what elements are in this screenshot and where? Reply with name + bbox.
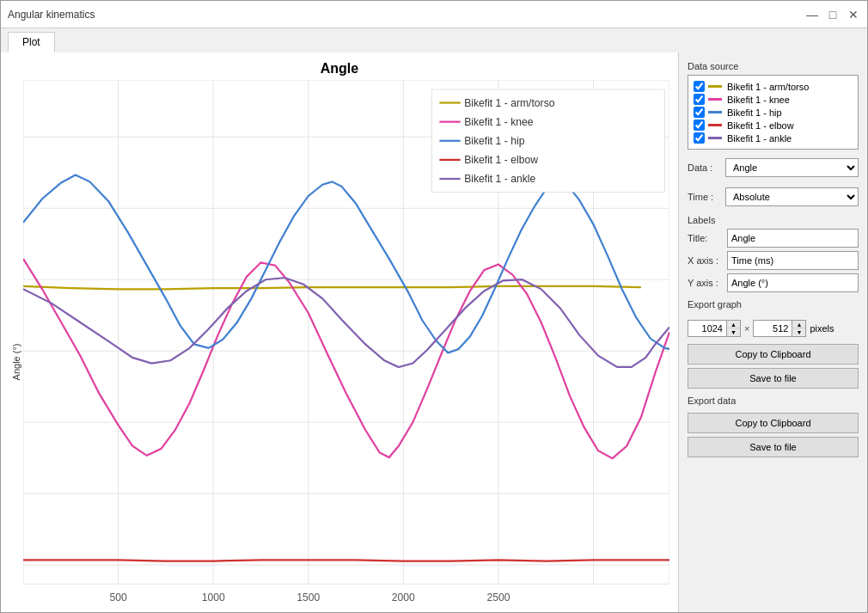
- chart-svg: -40 -60 -80 -100 -120 -140 -160 500 1000…: [23, 80, 669, 612]
- pixels-label: pixels: [810, 323, 834, 334]
- height-up-button[interactable]: ▲: [792, 321, 805, 328]
- ds-checkbox-4[interactable]: [694, 132, 705, 144]
- ds-checkbox-3[interactable]: [694, 120, 705, 131]
- datasource-label: Data source: [688, 61, 859, 71]
- chart-title: Angle: [9, 61, 669, 77]
- content-area: Angle Angle (°): [1, 52, 867, 612]
- svg-text:Bikefit 1 - ankle: Bikefit 1 - ankle: [464, 173, 535, 185]
- labels-section: Labels Title: X axis : Y axis :: [688, 215, 859, 292]
- ds-color-1: [708, 98, 722, 101]
- ds-label-1: Bikefit 1 - knee: [727, 95, 790, 105]
- export-data-section: Export data Copy to Clipboard Save to fi…: [688, 395, 859, 457]
- svg-text:2500: 2500: [486, 592, 510, 604]
- export-graph-copy-button[interactable]: Copy to Clipboard: [688, 344, 859, 365]
- data-dropdown-label: Data :: [688, 162, 720, 173]
- window-controls: — □ ✕: [805, 8, 860, 21]
- width-down-button[interactable]: ▼: [726, 328, 740, 336]
- close-button[interactable]: ✕: [847, 8, 860, 21]
- ds-color-0: [708, 85, 722, 88]
- main-window: Angular kinematics — □ ✕ Plot Angle Angl…: [0, 0, 868, 613]
- y-axis-label: Angle (°): [9, 80, 23, 612]
- datasource-box: Bikefit 1 - arm/torso Bikefit 1 - knee B…: [688, 75, 859, 150]
- time-dropdown[interactable]: Absolute Relative: [725, 187, 859, 206]
- window-title: Angular kinematics: [8, 9, 805, 21]
- ds-checkbox-0[interactable]: [694, 81, 705, 92]
- title-row: Title:: [688, 229, 859, 248]
- title-bar: Angular kinematics — □ ✕: [1, 1, 867, 28]
- height-spinbox-buttons: ▲ ▼: [792, 321, 805, 336]
- width-up-button[interactable]: ▲: [726, 321, 740, 328]
- svg-text:Bikefit 1 - hip: Bikefit 1 - hip: [464, 135, 525, 147]
- export-graph-section: Export graph ▲ ▼ × ▲ ▼: [688, 299, 859, 389]
- svg-text:1000: 1000: [202, 592, 225, 604]
- title-field-label: Title:: [688, 233, 724, 243]
- ds-item-3: Bikefit 1 - elbow: [694, 120, 853, 131]
- minimize-button[interactable]: —: [805, 8, 819, 21]
- data-row: Data : Angle Velocity Acceleration: [688, 158, 859, 177]
- ds-item-1: Bikefit 1 - knee: [694, 94, 853, 105]
- export-data-copy-button[interactable]: Copy to Clipboard: [688, 413, 859, 433]
- ds-color-4: [708, 137, 722, 139]
- chart-area: Angle Angle (°): [1, 52, 678, 612]
- ds-label-0: Bikefit 1 - arm/torso: [727, 82, 809, 92]
- datasource-section: Data source Bikefit 1 - arm/torso Bikefi…: [688, 61, 859, 150]
- export-dims: ▲ ▼ × ▲ ▼ pixels: [688, 320, 859, 337]
- height-spinbox: ▲ ▼: [753, 320, 806, 337]
- title-input[interactable]: [727, 229, 859, 248]
- ds-color-2: [708, 111, 722, 113]
- width-spinbox-buttons: ▲ ▼: [726, 321, 740, 336]
- ds-checkbox-2[interactable]: [694, 107, 705, 118]
- svg-text:Bikefit 1 - arm/torso: Bikefit 1 - arm/torso: [464, 97, 555, 109]
- export-graph-save-button[interactable]: Save to file: [688, 368, 859, 389]
- svg-text:Bikefit 1 - knee: Bikefit 1 - knee: [464, 116, 534, 128]
- ds-item-2: Bikefit 1 - hip: [694, 107, 853, 118]
- svg-text:2000: 2000: [392, 592, 415, 604]
- svg-text:500: 500: [109, 592, 127, 604]
- ds-item-4: Bikefit 1 - ankle: [694, 132, 853, 144]
- svg-text:Bikefit 1 - elbow: Bikefit 1 - elbow: [464, 154, 538, 166]
- time-row: Time : Absolute Relative: [688, 187, 859, 206]
- xaxis-input[interactable]: [727, 251, 859, 270]
- chart-wrapper: Angle (°): [9, 80, 669, 612]
- labels-section-label: Labels: [688, 215, 859, 225]
- tab-bar: Plot: [1, 28, 867, 52]
- data-dropdown[interactable]: Angle Velocity Acceleration: [725, 158, 859, 177]
- xaxis-row: X axis :: [688, 251, 859, 270]
- export-graph-label: Export graph: [688, 299, 859, 310]
- height-down-button[interactable]: ▼: [792, 328, 805, 336]
- maximize-button[interactable]: □: [826, 8, 840, 21]
- right-panel: Data source Bikefit 1 - arm/torso Bikefi…: [678, 52, 867, 612]
- ds-checkbox-1[interactable]: [694, 94, 705, 105]
- tab-plot[interactable]: Plot: [8, 32, 55, 52]
- yaxis-row: Y axis :: [688, 273, 859, 292]
- yaxis-input[interactable]: [727, 273, 859, 292]
- ds-label-4: Bikefit 1 - ankle: [727, 133, 792, 144]
- ds-label-3: Bikefit 1 - elbow: [727, 120, 794, 131]
- ds-item-0: Bikefit 1 - arm/torso: [694, 81, 853, 92]
- ds-color-3: [708, 124, 722, 126]
- height-input[interactable]: [754, 322, 792, 335]
- export-data-label: Export data: [688, 395, 859, 406]
- time-dropdown-label: Time :: [688, 192, 720, 202]
- width-input[interactable]: [688, 322, 726, 335]
- yaxis-field-label: Y axis :: [688, 278, 724, 288]
- labels-fields: Title: X axis : Y axis :: [688, 229, 859, 292]
- export-data-save-button[interactable]: Save to file: [688, 437, 859, 457]
- ds-label-2: Bikefit 1 - hip: [727, 107, 782, 118]
- svg-text:1500: 1500: [296, 592, 320, 604]
- chart-inner: -40 -60 -80 -100 -120 -140 -160 500 1000…: [23, 80, 669, 612]
- xaxis-field-label: X axis :: [688, 255, 724, 266]
- dims-separator: ×: [744, 323, 749, 334]
- width-spinbox: ▲ ▼: [688, 320, 741, 337]
